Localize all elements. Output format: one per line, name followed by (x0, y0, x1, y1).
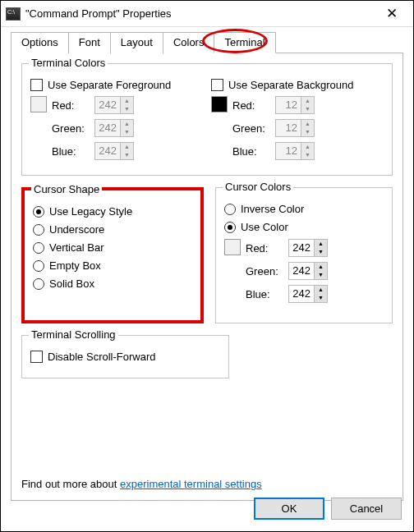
fg-green-value: 242 (95, 120, 120, 136)
tab-font[interactable]: Font (68, 32, 111, 53)
checkbox-box-icon (211, 79, 223, 91)
bg-green-label: Green: (232, 122, 274, 135)
tab-layout[interactable]: Layout (110, 32, 163, 53)
group-cursor-colors: Cursor Colors Inverse Color Use Color Re… (215, 187, 393, 323)
chevron-down-icon: ▼ (121, 151, 133, 159)
tab-options[interactable]: Options (11, 32, 69, 53)
cursor-color-inverse-label: Inverse Color (241, 203, 304, 215)
tab-terminal[interactable]: Terminal (214, 32, 275, 53)
cursor-red-value: 242 (289, 240, 314, 256)
chevron-down-icon: ▼ (301, 151, 314, 159)
bg-green-spin[interactable]: 12 ▲▼ (275, 119, 315, 137)
cursor-red-label: Red: (246, 242, 287, 255)
cursor-blue-spin[interactable]: 242 ▲▼ (288, 285, 328, 303)
use-separate-background-label: Use Separate Background (228, 79, 353, 91)
group-cursor-shape: Cursor Shape Use Legacy Style Underscore… (21, 187, 204, 323)
cursor-color-use-color-label: Use Color (241, 221, 288, 233)
radio-dot-icon (224, 222, 236, 233)
chevron-down-icon: ▼ (121, 105, 133, 113)
bg-red-value: 12 (276, 97, 301, 113)
fg-green-spin[interactable]: 242 ▲▼ (94, 119, 134, 137)
radio-dot-icon (224, 204, 236, 215)
cursor-color-inverse[interactable]: Inverse Color (224, 203, 384, 215)
cursor-green-value: 242 (289, 263, 314, 279)
checkbox-box-icon (30, 351, 43, 363)
use-separate-foreground-label: Use Separate Foreground (48, 79, 171, 91)
cancel-button[interactable]: Cancel (331, 498, 402, 520)
cursor-shape-underscore[interactable]: Underscore (33, 223, 192, 236)
bg-red-spin[interactable]: 12 ▲▼ (275, 96, 315, 114)
checkbox-box-icon (30, 79, 43, 91)
radio-dot-icon (33, 224, 44, 236)
disable-scroll-forward-label: Disable Scroll-Forward (48, 351, 155, 363)
fg-green-label: Green: (52, 122, 93, 135)
chevron-down-icon: ▼ (315, 271, 327, 279)
close-button[interactable]: ✕ (375, 2, 408, 25)
cursor-shape-solid[interactable]: Solid Box (33, 277, 192, 290)
cursor-shape-solid-label: Solid Box (49, 277, 94, 290)
terminal-colors-legend: Terminal Colors (29, 57, 108, 69)
experimental-settings-link[interactable]: experimental terminal settings (120, 478, 262, 490)
fg-blue-spin[interactable]: 242 ▲▼ (94, 142, 134, 160)
chevron-up-icon: ▲ (301, 120, 314, 128)
radio-dot-icon (33, 242, 44, 254)
chevron-down-icon: ▼ (121, 128, 133, 136)
cursor-shape-vertical[interactable]: Vertical Bar (33, 241, 192, 254)
radio-dot-icon (33, 260, 44, 272)
window-title: "Command Prompt" Properties (25, 7, 375, 20)
chevron-up-icon: ▲ (121, 143, 133, 151)
fg-blue-value: 242 (95, 143, 120, 159)
ok-button[interactable]: OK (254, 498, 324, 520)
radio-dot-icon (33, 278, 44, 290)
chevron-up-icon: ▲ (121, 120, 133, 128)
chevron-down-icon: ▼ (315, 248, 327, 256)
cursor-red-spin[interactable]: 242 ▲▼ (288, 239, 328, 257)
bg-green-value: 12 (276, 120, 301, 136)
bg-red-label: Red: (232, 99, 274, 112)
cmd-icon (6, 7, 21, 21)
bg-blue-label: Blue: (232, 145, 274, 158)
cursor-shape-legacy[interactable]: Use Legacy Style (33, 205, 192, 218)
chevron-down-icon: ▼ (301, 105, 314, 113)
foreground-color-swatch[interactable] (30, 96, 47, 112)
group-terminal-colors: Terminal Colors Use Separate Foreground … (21, 63, 393, 176)
radio-dot-icon (33, 206, 44, 218)
chevron-up-icon: ▲ (315, 263, 327, 271)
cursor-shape-legacy-label: Use Legacy Style (49, 205, 132, 218)
cursor-shape-legend: Cursor Shape (31, 183, 102, 195)
cursor-shape-empty-label: Empty Box (49, 259, 101, 272)
chevron-down-icon: ▼ (301, 128, 314, 136)
background-color-swatch[interactable] (211, 96, 228, 112)
chevron-up-icon: ▲ (315, 286, 327, 294)
bg-blue-value: 12 (276, 143, 301, 159)
cursor-green-spin[interactable]: 242 ▲▼ (288, 262, 328, 280)
fg-red-label: Red: (52, 99, 93, 112)
footer-text-line: Find out more about experimental termina… (21, 478, 262, 490)
fg-red-spin[interactable]: 242 ▲▼ (94, 96, 134, 114)
cursor-colors-legend: Cursor Colors (223, 181, 293, 193)
chevron-down-icon: ▼ (315, 294, 327, 302)
use-separate-background-checkbox[interactable]: Use Separate Background (211, 79, 384, 91)
group-terminal-scrolling: Terminal Scrolling Disable Scroll-Forwar… (21, 335, 229, 378)
chevron-up-icon: ▲ (301, 143, 314, 151)
cursor-blue-label: Blue: (246, 288, 287, 300)
cursor-shape-vertical-label: Vertical Bar (49, 241, 104, 254)
terminal-scrolling-legend: Terminal Scrolling (29, 328, 118, 341)
footer-prefix: Find out more about (21, 478, 120, 490)
disable-scroll-forward-checkbox[interactable]: Disable Scroll-Forward (30, 351, 220, 363)
cursor-color-use-color[interactable]: Use Color (224, 221, 384, 233)
bg-blue-spin[interactable]: 12 ▲▼ (275, 142, 315, 160)
chevron-up-icon: ▲ (121, 97, 133, 105)
cursor-blue-value: 242 (289, 286, 314, 302)
fg-blue-label: Blue: (52, 145, 93, 158)
chevron-up-icon: ▲ (315, 240, 327, 248)
fg-red-value: 242 (95, 97, 120, 113)
tab-colors[interactable]: Colors (163, 32, 215, 53)
cursor-green-label: Green: (246, 265, 287, 277)
cursor-color-swatch[interactable] (224, 239, 241, 255)
cursor-shape-underscore-label: Underscore (49, 223, 104, 236)
cursor-shape-empty[interactable]: Empty Box (33, 259, 192, 272)
use-separate-foreground-checkbox[interactable]: Use Separate Foreground (30, 79, 203, 91)
chevron-up-icon: ▲ (301, 97, 314, 105)
